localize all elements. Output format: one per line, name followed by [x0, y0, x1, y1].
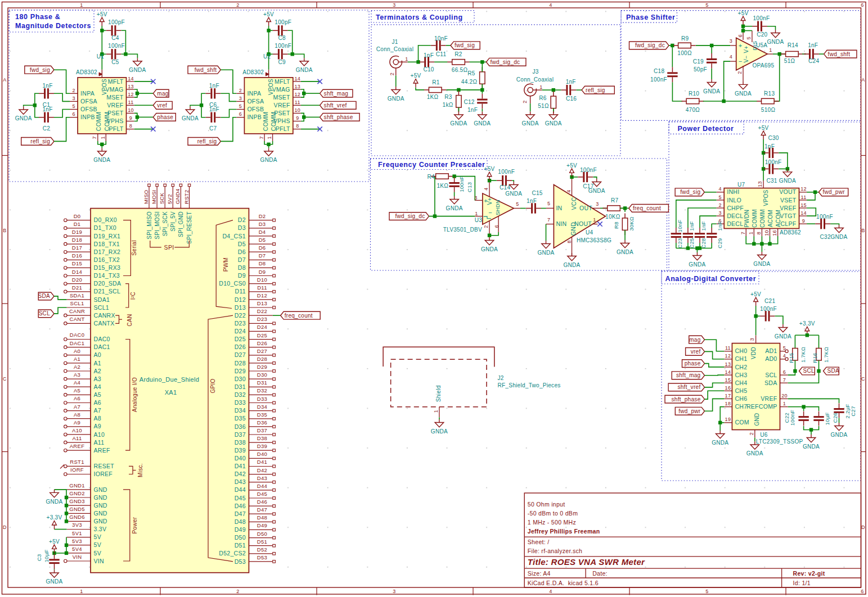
svg-text:phase: phase: [157, 114, 173, 120]
svg-text:+5V: +5V: [738, 10, 749, 16]
svg-text:IN: IN: [556, 205, 562, 211]
svg-text:+5V: +5V: [484, 166, 495, 172]
svg-text:1nF: 1nF: [527, 198, 537, 204]
svg-text:D24: D24: [235, 328, 246, 334]
svg-text:GNDA: GNDA: [779, 178, 796, 184]
svg-text:HMC363S8G: HMC363S8G: [577, 237, 611, 243]
svg-text:D52_CS2: D52_CS2: [219, 550, 246, 557]
svg-text:D10: D10: [257, 277, 267, 283]
svg-text:fwd_sig_dc: fwd_sig_dc: [395, 213, 425, 219]
svg-text:D21_SCL: D21_SCL: [94, 288, 121, 295]
svg-text:A11: A11: [72, 435, 82, 441]
svg-text:5: 5: [72, 103, 75, 109]
svg-text:SPI_GND: SPI_GND: [178, 211, 184, 237]
svg-text:GNDA: GNDA: [522, 120, 539, 126]
svg-text:D48: D48: [257, 514, 267, 521]
svg-text:VREF: VREF: [761, 395, 777, 402]
svg-text:CH7: CH7: [735, 403, 747, 410]
svg-text:D29: D29: [257, 364, 267, 370]
svg-text:R9: R9: [681, 35, 689, 42]
svg-text:C18: C18: [654, 68, 664, 74]
svg-text:C9: C9: [278, 59, 286, 65]
svg-text:VMAG: VMAG: [105, 86, 123, 93]
svg-text:AD8362: AD8362: [780, 229, 801, 236]
svg-text:D: D: [3, 524, 7, 530]
svg-text:4: 4: [719, 186, 722, 192]
svg-text:C24: C24: [808, 58, 819, 64]
svg-text:OFSB: OFSB: [80, 106, 97, 112]
svg-text:D27: D27: [257, 348, 267, 354]
svg-text:D35: D35: [257, 411, 267, 418]
svg-text:DAC0: DAC0: [94, 336, 110, 342]
svg-text:VIN: VIN: [73, 554, 82, 560]
svg-text:C8: C8: [278, 35, 286, 41]
svg-text:A2: A2: [74, 364, 80, 370]
svg-text:PWDN: PWDN: [744, 210, 750, 228]
svg-text:1.7KΩ: 1.7KΩ: [800, 347, 806, 363]
svg-text:Sheet: /: Sheet: /: [528, 539, 550, 545]
svg-text:1nF: 1nF: [808, 42, 818, 48]
svg-text:GNDA: GNDA: [474, 120, 491, 126]
svg-text:D16: D16: [72, 252, 82, 259]
svg-text:5: 5: [719, 195, 722, 200]
svg-text:+5V: +5V: [411, 73, 421, 79]
svg-text:INPB: INPB: [247, 114, 262, 120]
svg-text:COMM: COMM: [270, 112, 277, 131]
svg-text:44.2Ω: 44.2Ω: [461, 79, 478, 85]
svg-text:GNDA: GNDA: [703, 88, 720, 94]
svg-text:U2: U2: [263, 53, 271, 60]
svg-text:D38: D38: [235, 439, 246, 446]
svg-text:R10: R10: [689, 91, 699, 97]
svg-text:5V1: 5V1: [72, 530, 82, 536]
svg-text:Jeffrey Phillips Freeman: Jeffrey Phillips Freeman: [528, 528, 600, 535]
svg-text:C: C: [861, 376, 865, 382]
svg-text:fwd_sig: fwd_sig: [680, 189, 700, 195]
svg-text:D38: D38: [257, 435, 267, 441]
svg-text:A4: A4: [74, 379, 80, 386]
svg-text:A11: A11: [94, 439, 105, 446]
svg-text:A1: A1: [74, 356, 80, 362]
svg-text:7: 7: [259, 136, 264, 139]
svg-text:GNDA: GNDA: [446, 205, 463, 211]
svg-text:GNDA: GNDA: [129, 67, 146, 73]
svg-text:A8: A8: [74, 411, 80, 418]
svg-text:MFLT: MFLT: [108, 78, 124, 85]
svg-text:D31: D31: [257, 379, 267, 386]
svg-text:-50 dBm to 0 dBm: -50 dBm to 0 dBm: [528, 510, 578, 517]
svg-text:D51: D51: [257, 539, 267, 545]
svg-text:Date:: Date:: [592, 570, 608, 577]
svg-text:GNDA: GNDA: [753, 261, 770, 267]
svg-text:C12: C12: [464, 99, 474, 105]
svg-text:10nF: 10nF: [677, 220, 683, 233]
svg-text:9: 9: [296, 115, 299, 121]
svg-text:D20_SDA: D20_SDA: [94, 280, 122, 287]
svg-text:CH5: CH5: [735, 387, 747, 394]
svg-text:CH1: CH1: [735, 355, 747, 362]
svg-text:R1: R1: [432, 79, 440, 85]
svg-text:2: 2: [236, 2, 239, 8]
svg-text:2: 2: [749, 432, 754, 435]
svg-text:fwd_shft: fwd_shft: [195, 67, 217, 73]
svg-text:Shield: Shield: [435, 385, 442, 402]
svg-text:GNDA: GNDA: [563, 262, 580, 268]
svg-text:D50: D50: [235, 534, 246, 541]
svg-text:INPA: INPA: [247, 90, 261, 97]
svg-text:C32: C32: [820, 234, 831, 240]
svg-text:510Ω: 510Ω: [761, 107, 776, 113]
svg-text:D36: D36: [235, 423, 246, 430]
svg-text:2: 2: [389, 73, 395, 75]
svg-text:1: 1: [769, 47, 772, 53]
svg-text:GNDA: GNDA: [775, 333, 791, 340]
svg-text:A2: A2: [94, 368, 101, 374]
svg-text:Serial: Serial: [131, 240, 137, 255]
svg-text:D22: D22: [235, 312, 246, 319]
svg-text:1nF: 1nF: [42, 83, 52, 89]
svg-text:D5: D5: [259, 237, 266, 243]
svg-text:2: 2: [737, 71, 743, 74]
svg-text:VIN: VIN: [94, 558, 104, 564]
svg-text:D23: D23: [235, 320, 246, 327]
svg-text:3: 3: [719, 210, 722, 216]
svg-text:66.5Ω: 66.5Ω: [452, 67, 468, 73]
svg-text:100nF: 100nF: [650, 76, 667, 83]
svg-text:GND: GND: [94, 494, 107, 501]
